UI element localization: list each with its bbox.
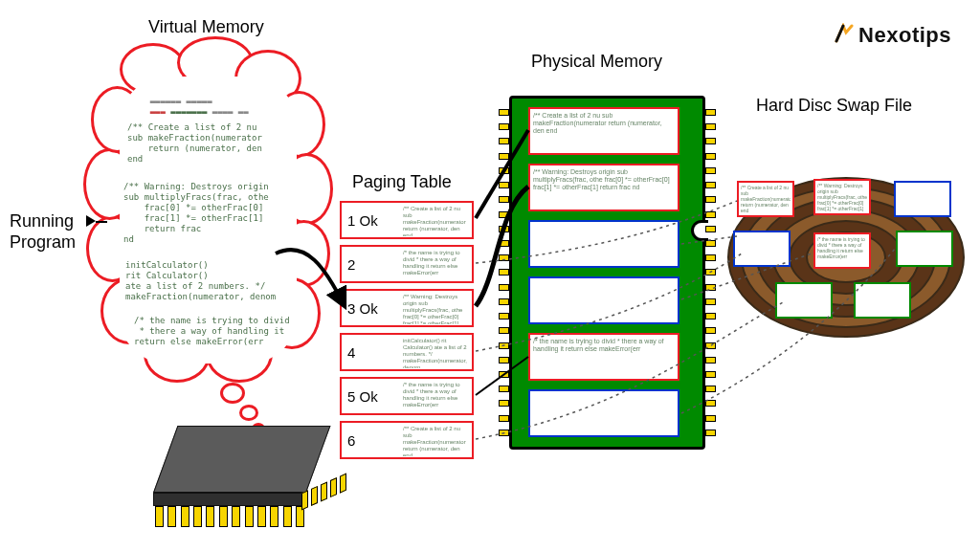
virtual-memory-cloud: ▬▬▬▬▬▬ ▬▬▬▬▬ ▬▬▬ ▬▬▬▬▬▬▬ ▬▬▬▬ ▬▬ /** Cre… bbox=[91, 38, 325, 411]
paging-row: 6 /** Create a list of 2 nu sub makeFrac… bbox=[340, 421, 474, 459]
paging-row: 1 Ok /** Create a list of 2 nu sub makeF… bbox=[340, 201, 474, 239]
hard-disk-icon: /** Create a list of 2 nu sub makeFracti… bbox=[727, 177, 965, 340]
virtual-memory-label: Virtual Memory bbox=[148, 17, 264, 37]
brand-name: Nexotips bbox=[858, 23, 951, 47]
physical-memory-label: Physical Memory bbox=[531, 52, 662, 72]
paging-table: 1 Ok /** Create a list of 2 nu sub makeF… bbox=[340, 201, 474, 465]
cpu-chip-icon bbox=[153, 426, 306, 531]
paging-table-label: Paging Table bbox=[352, 172, 452, 192]
brand-logo: Nexotips bbox=[834, 21, 951, 48]
paging-row: 4 initCalculator() rit Calculator() ate … bbox=[340, 333, 474, 371]
logo-mark-icon bbox=[834, 23, 855, 50]
paging-row: 2 /* the name is trying to divid * there… bbox=[340, 245, 474, 283]
thought-bubble-icon bbox=[239, 405, 258, 421]
paging-row: 5 Ok /* the name is trying to divid * th… bbox=[340, 377, 474, 415]
hard-disk-label: Hard Disc Swap File bbox=[756, 96, 912, 116]
paging-row: 3 Ok /** Warning: Destroys origin sub mu… bbox=[340, 289, 474, 327]
running-program-label: Running Program bbox=[10, 210, 76, 253]
thought-bubble-icon bbox=[220, 383, 245, 404]
ram-module-icon: /** Create a list of 2 nu sub makeFracti… bbox=[509, 96, 705, 450]
